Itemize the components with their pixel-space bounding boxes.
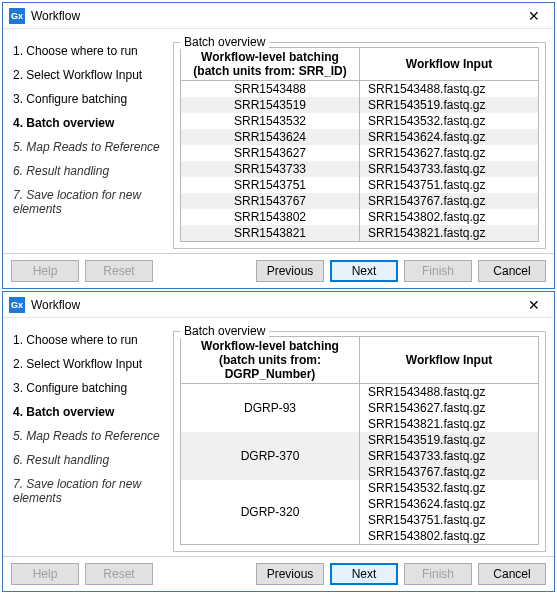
input-cell: SRR1543532.fastq.gz [360, 480, 539, 496]
batch-cell: SRR1543624 [181, 129, 360, 145]
cancel-button[interactable]: Cancel [478, 260, 546, 282]
dialog-body: 1. Choose where to run2. Select Workflow… [3, 318, 554, 556]
wizard-step: 4. Batch overview [11, 111, 167, 135]
window-title: Workflow [31, 9, 514, 23]
group-label: Batch overview [180, 35, 269, 49]
column-header-batching[interactable]: Workflow-level batching(batch units from… [181, 48, 360, 81]
dialog-body: 1. Choose where to run2. Select Workflow… [3, 29, 554, 253]
wizard-step: 5. Map Reads to Reference [11, 135, 167, 159]
batch-table: Workflow-level batching(batch units from… [180, 47, 539, 242]
app-icon: Gx [9, 8, 25, 24]
wizard-step: 3. Configure batching [11, 87, 167, 111]
window-title: Workflow [31, 298, 514, 312]
input-cell: SRR1543767.fastq.gz [360, 193, 539, 209]
next-button[interactable]: Next [330, 260, 398, 282]
batch-cell: SRR1543627 [181, 145, 360, 161]
wizard-step: 3. Configure batching [11, 376, 167, 400]
input-cell: SRR1543767.fastq.gz [360, 464, 539, 480]
next-button[interactable]: Next [330, 563, 398, 585]
help-button[interactable]: Help [11, 563, 79, 585]
input-cell: SRR1543802.fastq.gz [360, 528, 539, 544]
spacer [159, 563, 250, 585]
table-row[interactable]: SRR1543532SRR1543532.fastq.gz [181, 113, 538, 129]
table-row[interactable]: SRR1543821SRR1543821.fastq.gz [181, 225, 538, 241]
wizard-step: 2. Select Workflow Input [11, 352, 167, 376]
input-cell: SRR1543519.fastq.gz [360, 432, 539, 448]
workflow-dialog: GxWorkflow✕1. Choose where to run2. Sele… [2, 291, 555, 592]
batch-overview-group: Batch overviewWorkflow-level batching(ba… [173, 331, 546, 552]
batch-cell: SRR1543488 [181, 81, 360, 98]
input-cell: SRR1543751.fastq.gz [360, 177, 539, 193]
batch-cell: SRR1543519 [181, 97, 360, 113]
table-row[interactable]: SRR1543802SRR1543802.fastq.gz [181, 209, 538, 225]
reset-button[interactable]: Reset [85, 563, 153, 585]
wizard-steps: 1. Choose where to run2. Select Workflow… [11, 35, 167, 249]
batch-cell: SRR1543751 [181, 177, 360, 193]
wizard-steps: 1. Choose where to run2. Select Workflow… [11, 324, 167, 552]
batch-cell: DGRP-320 [181, 480, 360, 544]
input-cell: SRR1543532.fastq.gz [360, 113, 539, 129]
previous-button[interactable]: Previous [256, 260, 324, 282]
table-row[interactable]: DGRP-320SRR1543532.fastq.gz [181, 480, 538, 496]
input-cell: SRR1543627.fastq.gz [360, 400, 539, 416]
reset-button[interactable]: Reset [85, 260, 153, 282]
button-row: HelpResetPreviousNextFinishCancel [3, 556, 554, 591]
wizard-step: 4. Batch overview [11, 400, 167, 424]
batch-cell: SRR1543532 [181, 113, 360, 129]
batch-cell: SRR1543733 [181, 161, 360, 177]
table-row[interactable]: SRR1543624SRR1543624.fastq.gz [181, 129, 538, 145]
input-cell: SRR1543519.fastq.gz [360, 97, 539, 113]
previous-button[interactable]: Previous [256, 563, 324, 585]
column-header-batching[interactable]: Workflow-level batching(batch units from… [181, 337, 360, 384]
batch-cell: SRR1543767 [181, 193, 360, 209]
input-cell: SRR1543488.fastq.gz [360, 384, 539, 401]
app-icon: Gx [9, 297, 25, 313]
titlebar: GxWorkflow✕ [3, 292, 554, 318]
wizard-step: 6. Result handling [11, 448, 167, 472]
batch-cell: SRR1543821 [181, 225, 360, 241]
wizard-step: 5. Map Reads to Reference [11, 424, 167, 448]
input-cell: SRR1543733.fastq.gz [360, 448, 539, 464]
table-row[interactable]: DGRP-93SRR1543488.fastq.gz [181, 384, 538, 401]
batch-cell: SRR1543802 [181, 209, 360, 225]
batch-cell: DGRP-93 [181, 384, 360, 433]
table-row[interactable]: SRR1543519SRR1543519.fastq.gz [181, 97, 538, 113]
batch-table: Workflow-level batching(batch units from… [180, 336, 539, 545]
cancel-button[interactable]: Cancel [478, 563, 546, 585]
table-row[interactable]: DGRP-370SRR1543519.fastq.gz [181, 432, 538, 448]
button-row: HelpResetPreviousNextFinishCancel [3, 253, 554, 288]
batch-overview-panel: Batch overviewWorkflow-level batching(ba… [173, 324, 546, 552]
column-header-input[interactable]: Workflow Input [360, 48, 539, 81]
finish-button[interactable]: Finish [404, 563, 472, 585]
table-row[interactable]: SRR1543488SRR1543488.fastq.gz [181, 81, 538, 98]
column-header-input[interactable]: Workflow Input [360, 337, 539, 384]
help-button[interactable]: Help [11, 260, 79, 282]
table-row[interactable]: SRR1543733SRR1543733.fastq.gz [181, 161, 538, 177]
batch-overview-group: Batch overviewWorkflow-level batching(ba… [173, 42, 546, 249]
wizard-step: 1. Choose where to run [11, 39, 167, 63]
input-cell: SRR1543802.fastq.gz [360, 209, 539, 225]
input-cell: SRR1543624.fastq.gz [360, 496, 539, 512]
close-icon[interactable]: ✕ [514, 3, 554, 29]
table-row[interactable]: SRR1543627SRR1543627.fastq.gz [181, 145, 538, 161]
close-icon[interactable]: ✕ [514, 292, 554, 318]
input-cell: SRR1543751.fastq.gz [360, 512, 539, 528]
input-cell: SRR1543821.fastq.gz [360, 225, 539, 241]
finish-button[interactable]: Finish [404, 260, 472, 282]
input-cell: SRR1543624.fastq.gz [360, 129, 539, 145]
table-row[interactable]: SRR1543767SRR1543767.fastq.gz [181, 193, 538, 209]
wizard-step: 7. Save location for new elements [11, 183, 167, 221]
titlebar: GxWorkflow✕ [3, 3, 554, 29]
wizard-step: 1. Choose where to run [11, 328, 167, 352]
wizard-step: 7. Save location for new elements [11, 472, 167, 510]
input-cell: SRR1543821.fastq.gz [360, 416, 539, 432]
input-cell: SRR1543627.fastq.gz [360, 145, 539, 161]
table-row[interactable]: SRR1543751SRR1543751.fastq.gz [181, 177, 538, 193]
spacer [159, 260, 250, 282]
batch-overview-panel: Batch overviewWorkflow-level batching(ba… [173, 35, 546, 249]
wizard-step: 6. Result handling [11, 159, 167, 183]
input-cell: SRR1543733.fastq.gz [360, 161, 539, 177]
workflow-dialog: GxWorkflow✕1. Choose where to run2. Sele… [2, 2, 555, 289]
input-cell: SRR1543488.fastq.gz [360, 81, 539, 98]
group-label: Batch overview [180, 324, 269, 338]
